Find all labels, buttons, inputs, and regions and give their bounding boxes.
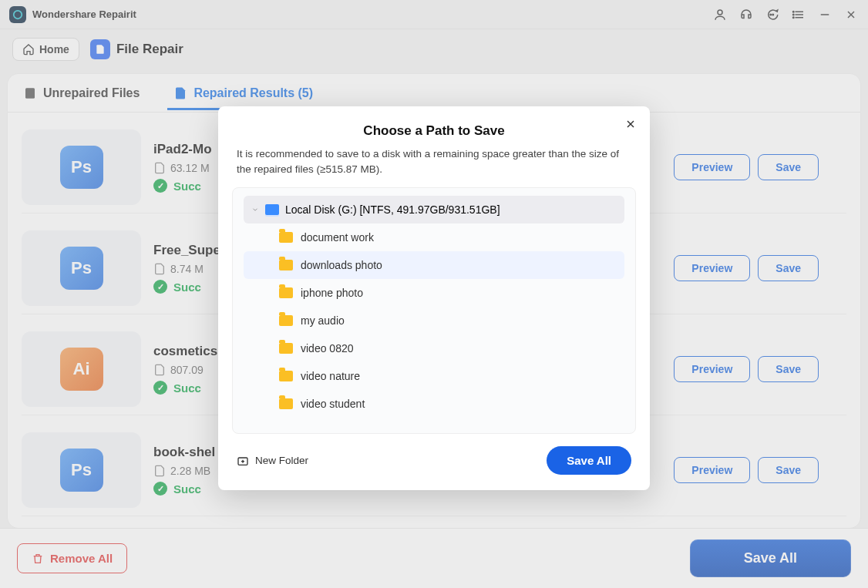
folder-icon xyxy=(279,260,293,270)
folder-icon xyxy=(279,343,293,354)
folder-item[interactable]: video student xyxy=(244,390,624,418)
chevron-down-icon xyxy=(251,206,259,213)
modal-description: It is recommended to save to a disk with… xyxy=(218,139,650,187)
modal-close-button[interactable] xyxy=(622,116,639,133)
disk-label: Local Disk (G:) [NTFS, 491.97GB/931.51GB… xyxy=(285,203,500,216)
folder-icon xyxy=(279,398,293,409)
modal-title: Choose a Path to Save xyxy=(218,123,650,139)
folder-icon xyxy=(279,371,293,381)
folder-name: video 0820 xyxy=(301,342,354,354)
folder-tree[interactable]: Local Disk (G:) [NTFS, 491.97GB/931.51GB… xyxy=(232,187,636,434)
folder-item[interactable]: video nature xyxy=(244,362,624,390)
folder-name: iphone photo xyxy=(301,287,363,299)
folder-icon xyxy=(279,287,293,298)
disk-row[interactable]: Local Disk (G:) [NTFS, 491.97GB/931.51GB… xyxy=(244,196,624,223)
folder-name: document work xyxy=(301,231,374,244)
disk-icon xyxy=(265,204,279,215)
folder-item[interactable]: my audio xyxy=(244,307,624,334)
new-folder-icon xyxy=(237,455,249,467)
modal-save-all-button[interactable]: Save All xyxy=(547,446,631,475)
folder-item[interactable]: downloads photo xyxy=(244,251,624,279)
close-icon xyxy=(624,118,637,130)
folder-item[interactable]: video 0820 xyxy=(244,334,624,362)
folder-name: video student xyxy=(301,398,365,410)
modal-overlay: Choose a Path to Save It is recommended … xyxy=(0,0,868,588)
folder-icon xyxy=(279,232,293,243)
folder-name: my audio xyxy=(301,314,345,327)
new-folder-button[interactable]: New Folder xyxy=(237,455,308,467)
new-folder-label: New Folder xyxy=(255,455,308,466)
folder-item[interactable]: iphone photo xyxy=(244,279,624,307)
folder-name: video nature xyxy=(301,370,360,382)
folder-item[interactable]: document work xyxy=(244,223,624,251)
save-path-modal: Choose a Path to Save It is recommended … xyxy=(218,106,650,490)
folder-name: downloads photo xyxy=(301,259,382,271)
folder-icon xyxy=(279,315,293,326)
